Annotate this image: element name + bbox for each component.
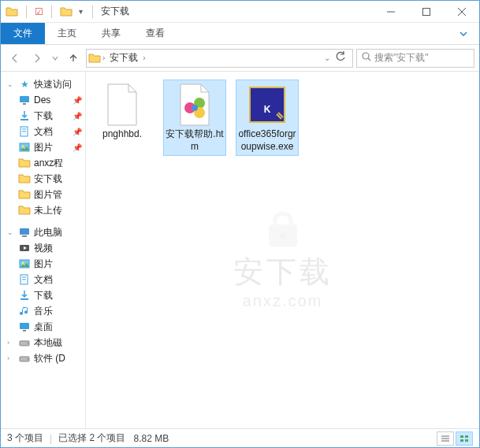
search-icon xyxy=(362,52,371,64)
address-bar[interactable]: › 安下载 › ⌄ xyxy=(86,49,353,68)
file-pane[interactable]: pnghhbd.安下载帮助.htmKoffice365forgroupwise.… xyxy=(86,72,479,428)
picture-icon xyxy=(18,257,31,270)
sidebar-item[interactable]: 视频 xyxy=(1,240,85,256)
nav-history-dropdown[interactable] xyxy=(50,49,61,68)
download-icon xyxy=(18,289,31,302)
close-button[interactable] xyxy=(444,1,479,23)
sidebar-item-label: Des xyxy=(34,94,50,106)
sidebar-item[interactable]: ›本地磁 xyxy=(1,335,85,350)
svg-rect-14 xyxy=(20,228,29,235)
svg-point-4 xyxy=(363,53,369,59)
refresh-button[interactable] xyxy=(335,51,346,65)
sidebar-item[interactable]: 下载 xyxy=(1,287,85,303)
download-icon xyxy=(18,109,31,122)
sidebar-item-label: 本地磁 xyxy=(34,336,62,350)
nav-back-button[interactable] xyxy=(6,49,24,68)
svg-point-13 xyxy=(22,146,24,148)
folder-icon xyxy=(88,52,101,65)
sidebar-item-label: anxz程 xyxy=(34,157,63,170)
sidebar-item-label: 未上传 xyxy=(34,204,62,217)
ribbon: 文件 主页 共享 查看 xyxy=(1,23,479,45)
tab-share[interactable]: 共享 xyxy=(89,23,133,44)
sidebar-item[interactable]: 文档📌 xyxy=(1,124,85,139)
sidebar-item-label: 下载 xyxy=(34,109,53,123)
drive-icon xyxy=(18,336,31,349)
sidebar-item-label: 文档 xyxy=(34,273,53,287)
pin-icon: 📌 xyxy=(73,112,82,120)
sidebar-item[interactable]: 未上传 xyxy=(1,202,85,218)
file-name: 安下载帮助.htm xyxy=(165,128,225,153)
sidebar-item-label: 图片管 xyxy=(34,188,62,202)
chevron-right-icon[interactable]: › xyxy=(101,54,106,62)
svg-rect-1 xyxy=(422,8,430,15)
sidebar-item[interactable]: anxz程 xyxy=(1,155,85,171)
address-row: › 安下载 › ⌄ 搜索"安下载" xyxy=(1,45,479,72)
sidebar-item[interactable]: 文档 xyxy=(1,272,85,287)
sidebar-this-pc[interactable]: ⌄ 此电脑 xyxy=(1,224,85,240)
tab-home[interactable]: 主页 xyxy=(45,23,89,44)
breadcrumb-segment[interactable]: 安下载 xyxy=(106,51,141,65)
sidebar-item[interactable]: 安下载 xyxy=(1,171,85,187)
svg-rect-7 xyxy=(23,103,26,105)
statusbar: 3 个项目 | 已选择 2 个项目 8.82 MB xyxy=(1,428,479,447)
sidebar-item[interactable]: 音乐 xyxy=(1,303,85,319)
file-icon xyxy=(100,83,144,127)
window-title: 安下载 xyxy=(101,5,129,18)
sidebar-item-label: 音乐 xyxy=(34,305,53,318)
video-icon xyxy=(18,242,31,254)
view-details-button[interactable] xyxy=(437,431,454,446)
sidebar-item-label: 安下载 xyxy=(34,172,62,186)
sidebar-item-label: 下载 xyxy=(34,289,53,302)
svg-rect-40 xyxy=(460,435,463,438)
chevron-down-icon[interactable]: ⌄ xyxy=(322,54,332,62)
sidebar-item[interactable]: 图片 xyxy=(1,256,85,272)
minimize-button[interactable] xyxy=(373,1,408,23)
qat-checkbox-icon[interactable]: ☑ xyxy=(35,6,43,17)
svg-point-32 xyxy=(192,105,198,111)
svg-point-18 xyxy=(22,262,24,265)
sidebar-item-label: 桌面 xyxy=(34,320,53,334)
svg-line-5 xyxy=(368,58,370,61)
svg-point-28 xyxy=(27,358,28,360)
sidebar-item-label: 视频 xyxy=(34,242,53,255)
collapse-icon[interactable]: ⌄ xyxy=(7,228,15,236)
tab-view[interactable]: 查看 xyxy=(133,23,177,44)
tab-file[interactable]: 文件 xyxy=(1,23,45,44)
chevron-right-icon[interactable]: › xyxy=(141,54,147,62)
qat-dropdown-icon[interactable]: ▾ xyxy=(77,7,84,16)
folder-icon xyxy=(18,172,31,185)
folder-icon xyxy=(18,188,31,201)
status-size: 8.82 MB xyxy=(133,433,169,444)
ribbon-expand-button[interactable] xyxy=(448,23,479,44)
sidebar-item[interactable]: 下载📌 xyxy=(1,108,85,124)
expand-icon[interactable]: › xyxy=(7,354,15,362)
desktop-icon xyxy=(18,320,31,333)
sidebar-item-label: 图片 xyxy=(34,257,53,271)
file-item[interactable]: pnghhbd. xyxy=(91,80,154,156)
expand-icon[interactable]: › xyxy=(7,339,15,346)
nav-forward-button[interactable] xyxy=(28,49,47,68)
file-item[interactable]: 安下载帮助.htm xyxy=(163,80,226,156)
watermark: 安下载 anxz.com xyxy=(233,210,333,310)
search-input[interactable]: 搜索"安下载" xyxy=(356,49,474,68)
view-icons-button[interactable] xyxy=(456,431,473,446)
svg-rect-23 xyxy=(20,323,29,329)
nav-up-button[interactable] xyxy=(64,49,83,68)
svg-point-36 xyxy=(280,232,286,239)
sidebar-item[interactable]: 图片📌 xyxy=(1,139,85,155)
maximize-button[interactable] xyxy=(408,1,444,23)
sidebar-item[interactable]: ›软件 (D xyxy=(1,350,85,366)
collapse-icon[interactable]: ⌄ xyxy=(7,80,15,88)
file-item[interactable]: Koffice365forgroupwise.exe xyxy=(236,80,299,156)
sidebar-item[interactable]: Des📌 xyxy=(1,92,85,108)
music-icon xyxy=(18,305,31,317)
sidebar-item-label: 文档 xyxy=(34,125,53,139)
desktop-icon xyxy=(18,94,31,106)
sidebar-item[interactable]: 图片管 xyxy=(1,187,85,202)
svg-rect-42 xyxy=(460,439,463,442)
sidebar-item[interactable]: 桌面 xyxy=(1,319,85,335)
svg-rect-24 xyxy=(23,330,26,331)
sidebar-item-label: 快速访问 xyxy=(34,78,72,91)
sidebar-quick-access[interactable]: ⌄ ★ 快速访问 xyxy=(1,76,85,92)
sidebar: ⌄ ★ 快速访问 Des📌下载📌文档📌图片📌anxz程安下载图片管未上传 ⌄ 此… xyxy=(1,72,86,428)
